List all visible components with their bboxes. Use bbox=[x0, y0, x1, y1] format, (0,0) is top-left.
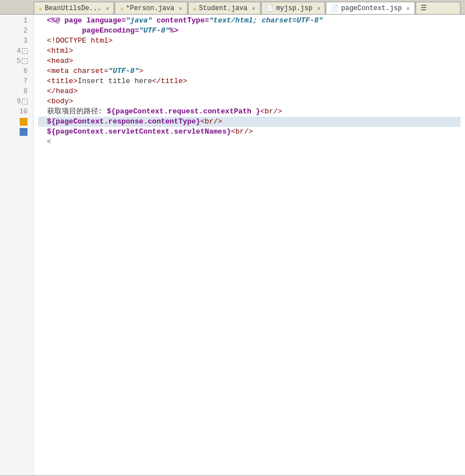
code-line-1: <%@ page language="java" contentType="te… bbox=[38, 16, 461, 26]
editor-area: 1234-5-6789-10 <%@ page language="java" … bbox=[0, 15, 465, 476]
jsp-icon: 📄 bbox=[331, 4, 339, 12]
line-num-1: 1 bbox=[0, 16, 31, 26]
tab-person[interactable]: ☕ *Person.java ✕ bbox=[115, 2, 187, 14]
tab-student[interactable]: ☕ Student.java ✕ bbox=[188, 2, 261, 14]
tab-label: Student.java bbox=[199, 4, 247, 12]
line-num-6: 6 bbox=[0, 66, 31, 76]
line-num-7: 7 bbox=[0, 76, 31, 86]
tab-label: *Person.java bbox=[126, 4, 174, 12]
code-line-lt: < bbox=[38, 137, 461, 147]
tab-more[interactable]: ☰ bbox=[416, 2, 461, 14]
code-line-12: ${pageContext.servletContext.servletName… bbox=[38, 127, 461, 137]
jsp-icon: 📄 bbox=[266, 4, 274, 12]
java-icon: ☕ bbox=[120, 4, 124, 12]
tab-label: BeanUtilsDe... bbox=[45, 4, 102, 12]
line-num-11 bbox=[0, 117, 31, 127]
line-num-12 bbox=[0, 127, 31, 137]
code-editor[interactable]: <%@ page language="java" contentType="te… bbox=[34, 15, 465, 475]
tab-label: myjsp.jsp bbox=[276, 4, 313, 12]
more-icon: ☰ bbox=[421, 4, 427, 12]
code-line-11: ${pageContext.response.contentType}<br/> bbox=[38, 117, 461, 127]
line-numbers: 1234-5-6789-10 bbox=[0, 15, 34, 475]
java-icon: ☕ bbox=[39, 4, 43, 12]
tab-myjsp[interactable]: 📄 myjsp.jsp ✕ bbox=[261, 2, 326, 14]
line-num-2: 2 bbox=[0, 26, 31, 36]
code-line-7: <title>Insert title here</title> bbox=[38, 76, 461, 86]
tab-beanutils[interactable]: ☕ BeanUtilsDe... ✕ bbox=[34, 2, 114, 14]
tab-label: pageContext.jsp bbox=[341, 4, 402, 12]
code-line-9: <body> bbox=[38, 97, 461, 107]
line-num-9: 9- bbox=[0, 97, 31, 107]
tab-close-icon[interactable]: ✕ bbox=[106, 5, 109, 12]
line-num-lt bbox=[0, 137, 31, 147]
tab-close-icon[interactable]: ✕ bbox=[317, 5, 320, 12]
tab-pagecontext[interactable]: 📄 pageContext.jsp ✕ bbox=[326, 2, 414, 14]
java-icon: ☕ bbox=[193, 4, 197, 12]
code-line-2: pageEncoding="UTF-8"%> bbox=[38, 26, 461, 36]
line-num-8: 8 bbox=[0, 86, 31, 97]
code-line-3: <!DOCTYPE html> bbox=[38, 36, 461, 46]
code-line-6: <meta charset="UTF-8"> bbox=[38, 66, 461, 76]
editor-tab-bar: ☕ BeanUtilsDe... ✕ ☕ *Person.java ✕ ☕ St… bbox=[0, 0, 465, 15]
line-num-10: 10 bbox=[0, 107, 31, 117]
tab-close-icon[interactable]: ✕ bbox=[407, 5, 410, 12]
line-num-4: 4- bbox=[0, 46, 31, 56]
line-num-5: 5- bbox=[0, 56, 31, 66]
tab-close-icon[interactable]: ✕ bbox=[252, 5, 256, 12]
code-line-10: 获取项目的路径: ${pageContext.request.contextPa… bbox=[38, 107, 461, 117]
code-line-4: <html> bbox=[38, 46, 461, 56]
code-line-8: </head> bbox=[38, 86, 461, 97]
code-line-5: <head> bbox=[38, 56, 461, 66]
tab-close-icon[interactable]: ✕ bbox=[179, 5, 183, 12]
line-num-3: 3 bbox=[0, 36, 31, 46]
